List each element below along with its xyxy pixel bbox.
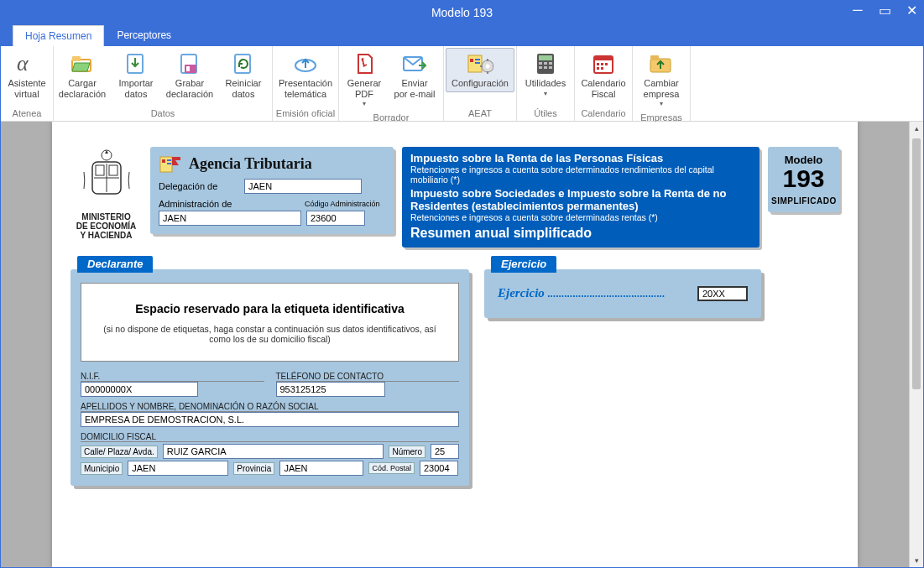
telefono-label: TELÉFONO DE CONTACTO	[276, 372, 460, 382]
tab-perceptores[interactable]: Perceptores	[104, 24, 184, 46]
svg-rect-29	[594, 56, 613, 60]
grabar-declaracion-button[interactable]: Grabar declaración	[163, 48, 217, 102]
agencia-tributaria-card: Agencia Tributaria Delegación de Adminis…	[150, 147, 394, 234]
delegacion-label: Delegación de	[159, 181, 239, 191]
calendario-fiscal-button[interactable]: Calendario Fiscal	[577, 48, 630, 102]
close-button[interactable]: ✕	[903, 3, 920, 18]
calle-field[interactable]	[163, 444, 384, 459]
scroll-up-arrow-icon[interactable]: ▴	[910, 122, 923, 135]
presentacion-telematica-button[interactable]: Presentación telemática	[274, 48, 337, 102]
window-title: Modelo 193	[431, 6, 493, 19]
cp-cell-label: Cód. Postal	[368, 462, 415, 474]
vertical-scrollbar[interactable]: ▴ ▾	[909, 122, 923, 567]
cp-field[interactable]	[420, 461, 458, 476]
municipio-field[interactable]	[128, 461, 228, 476]
svg-rect-33	[597, 67, 599, 70]
svg-rect-45	[167, 159, 171, 161]
numero-field[interactable]	[431, 444, 459, 459]
import-icon	[123, 51, 149, 76]
cambiar-empresa-button[interactable]: Cambiar empresa ▾	[634, 48, 688, 111]
razon-social-label: APELLIDOS Y NOMBRE, DENOMINACIÓN O RAZÓN…	[81, 402, 459, 412]
administracion-label: Administración de	[159, 199, 239, 209]
enviar-email-button[interactable]: Enviar por e-mail	[388, 48, 441, 102]
etiqueta-box: Espacio reservado para la etiqueta ident…	[81, 283, 459, 362]
title-bar: Modelo 193 ─ ▭ ✕	[1, 1, 923, 24]
telefono-field[interactable]	[276, 382, 385, 397]
svg-rect-23	[544, 62, 547, 65]
asistente-virtual-button[interactable]: α Asistente virtual	[3, 48, 51, 102]
ribbon: α Asistente virtual Atenea Cargar declar…	[1, 46, 923, 122]
calculator-icon	[532, 51, 559, 76]
window-controls: ─ ▭ ✕	[849, 3, 920, 18]
calendar-icon	[590, 51, 617, 76]
svg-rect-31	[601, 63, 603, 65]
svg-rect-26	[544, 66, 547, 69]
domicilio-label: DOMICILIO FISCAL	[81, 432, 459, 442]
svg-rect-24	[549, 62, 552, 65]
agencia-title: Agencia Tributaria	[189, 155, 312, 173]
gear-icon	[467, 51, 493, 76]
coat-of-arms-icon	[77, 147, 136, 209]
svg-rect-30	[597, 63, 599, 65]
utilidades-button[interactable]: Utilidades ▾	[519, 48, 572, 101]
numero-cell-label: Número	[389, 446, 425, 458]
delegacion-field[interactable]	[244, 179, 362, 194]
ministerio-block: MINISTERIO DE ECONOMÍA Y HACIENDA	[70, 147, 142, 240]
svg-rect-44	[162, 159, 165, 163]
maximize-button[interactable]: ▭	[876, 3, 893, 18]
scroll-down-arrow-icon[interactable]: ▾	[910, 554, 923, 567]
svg-point-15	[486, 65, 490, 69]
generar-pdf-button[interactable]: Generar PDF ▾	[341, 48, 388, 111]
svg-text:α: α	[17, 52, 29, 76]
svg-rect-21	[539, 55, 552, 60]
folder-open-icon	[69, 51, 96, 76]
save-icon	[176, 51, 203, 76]
ejercicio-tab-label: Ejercicio	[491, 256, 556, 273]
form-page: MINISTERIO DE ECONOMÍA Y HACIENDA Agenci…	[52, 122, 858, 567]
minimize-button[interactable]: ─	[849, 3, 866, 18]
modelo-badge: Modelo 193 SIMPLIFICADO	[768, 147, 839, 212]
provincia-cell-label: Provincia	[233, 462, 274, 475]
group-aeat-label: AEAT	[446, 107, 514, 121]
group-emision-label: Emisión oficial	[274, 107, 337, 121]
declarante-tab-label: Declarante	[77, 256, 153, 273]
ribbon-tab-strip: Hoja Resumen Perceptores	[1, 24, 923, 46]
mail-send-icon	[401, 51, 428, 76]
group-calendario-label: Calendario	[577, 107, 630, 121]
declarante-panel: Declarante Espacio reservado para la eti…	[70, 269, 469, 486]
svg-rect-12	[475, 59, 480, 60]
svg-rect-22	[539, 62, 542, 65]
svg-rect-32	[605, 63, 608, 65]
svg-rect-2	[72, 56, 81, 61]
pdf-icon	[351, 51, 378, 76]
cod-admin-label: Código Administración	[305, 200, 385, 208]
group-atenea-label: Atenea	[3, 107, 51, 121]
ejercicio-label: Ejercicio	[498, 286, 545, 300]
administracion-field[interactable]	[159, 211, 301, 226]
aeat-logo-icon	[159, 154, 182, 174]
provincia-field[interactable]	[279, 461, 363, 476]
tab-hoja-resumen[interactable]: Hoja Resumen	[13, 25, 104, 46]
ejercicio-field[interactable]	[697, 286, 748, 301]
nif-label: N.I.F.	[81, 372, 264, 382]
alpha-icon: α	[13, 51, 40, 76]
svg-rect-25	[539, 66, 542, 69]
configuracion-button[interactable]: Configuración	[446, 48, 514, 92]
group-datos-label: Datos	[55, 107, 270, 121]
document-viewport: MINISTERIO DE ECONOMÍA Y HACIENDA Agenci…	[1, 122, 923, 567]
calle-cell-label: Calle/ Plaza/ Avda.	[81, 446, 158, 458]
scrollbar-thumb[interactable]	[912, 138, 921, 389]
cargar-declaracion-button[interactable]: Cargar declaración	[55, 48, 109, 102]
razon-social-field[interactable]	[81, 412, 459, 427]
folder-up-icon	[648, 51, 675, 76]
importar-datos-button[interactable]: Importar datos	[109, 48, 163, 102]
refresh-icon	[230, 51, 257, 76]
impuesto-description-card: Impuesto sobre la Renta de las Personas …	[402, 147, 760, 248]
nif-field[interactable]	[81, 382, 198, 397]
chevron-down-icon: ▾	[660, 100, 663, 107]
cod-admin-field[interactable]	[306, 211, 365, 226]
municipio-cell-label: Municipio	[81, 462, 123, 475]
group-utiles-label: Útiles	[519, 107, 572, 121]
chevron-down-icon: ▾	[363, 100, 366, 107]
reiniciar-datos-button[interactable]: Reiniciar datos	[217, 48, 270, 102]
